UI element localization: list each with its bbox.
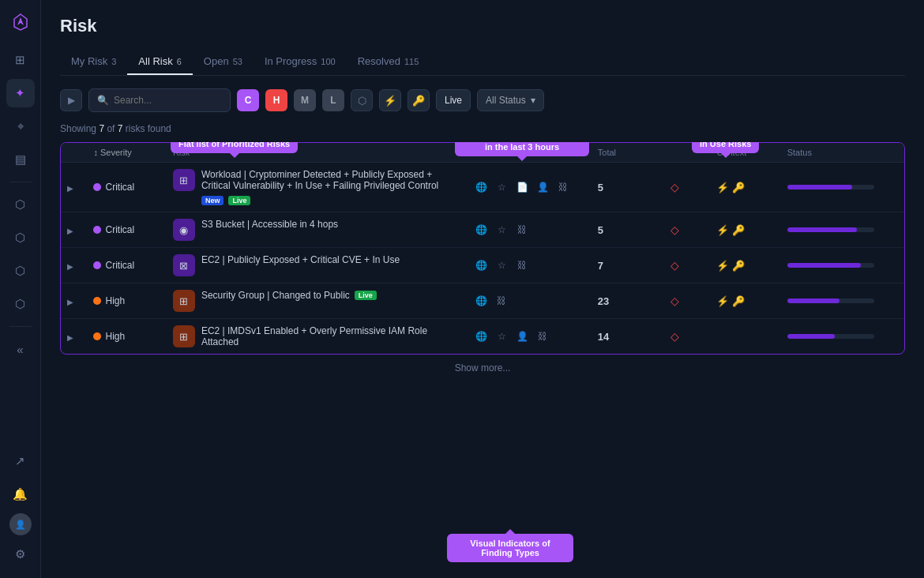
sidebar-item-collapse[interactable]: « bbox=[6, 335, 35, 363]
sidebar-bottom: ↗ 🔔 👤 ⚙ bbox=[6, 447, 35, 569]
severity-label: Critical bbox=[93, 224, 160, 235]
total-number: 7 bbox=[598, 260, 603, 272]
user-icon: 👤 bbox=[534, 178, 551, 196]
tab-all-risk[interactable]: All Risk 6 bbox=[127, 49, 192, 75]
col-header-severity[interactable]: ↕ Severity bbox=[87, 143, 166, 163]
status-bar-fill bbox=[787, 298, 839, 303]
status-dropdown[interactable]: All Status ▾ bbox=[477, 89, 544, 111]
tab-in-progress[interactable]: In Progress 100 bbox=[254, 49, 347, 75]
col-header-risk: Risk bbox=[167, 143, 466, 163]
search-box[interactable]: 🔍 bbox=[88, 88, 231, 112]
status-cell bbox=[781, 212, 904, 248]
filter-key-icon[interactable]: 🔑 bbox=[408, 89, 430, 111]
total-cell: 14 bbox=[592, 319, 640, 355]
expand-cell[interactable]: ▶ bbox=[61, 319, 87, 355]
key-context-icon: 🔑 bbox=[732, 182, 745, 193]
finding-icons: 🌐⛓ bbox=[472, 292, 584, 310]
finding-icons: 🌐☆📄👤⛓ bbox=[472, 178, 584, 196]
risk-table-wrapper: ↕ Severity Risk Total Context Status ▶ bbox=[60, 142, 905, 355]
status-bar bbox=[787, 185, 874, 190]
severity-label: Critical bbox=[93, 260, 160, 271]
search-input[interactable] bbox=[114, 95, 222, 106]
expand-cell[interactable]: ▶ bbox=[61, 212, 87, 248]
globe-icon: 🌐 bbox=[472, 257, 490, 274]
table-row: ▶ Critical ⊞ Workload | Cryptominer Dete… bbox=[61, 163, 904, 212]
sidebar-item-shield[interactable]: ⬡ bbox=[6, 190, 35, 219]
results-info: Showing 7 of 7 risks found bbox=[60, 123, 905, 134]
expand-icon[interactable]: ▶ bbox=[67, 298, 73, 306]
status-bar bbox=[787, 263, 874, 268]
filter-low[interactable]: L bbox=[322, 89, 344, 111]
sidebar-divider-2 bbox=[9, 326, 32, 327]
lightning-context-icon: ⚡ bbox=[716, 224, 729, 236]
user-avatar[interactable]: 👤 bbox=[9, 513, 32, 535]
expand-icon[interactable]: ▶ bbox=[67, 262, 73, 271]
in-use-diamond: ◇ bbox=[670, 330, 679, 343]
star-icon: ☆ bbox=[493, 257, 510, 274]
col-header-status: Status bbox=[781, 143, 904, 163]
findings-cell: 🌐☆👤⛓ bbox=[466, 319, 591, 355]
live-filter-button[interactable]: Live bbox=[436, 89, 471, 111]
sidebar-item-chat[interactable]: ⬡ bbox=[6, 257, 35, 285]
findings-cell: 🌐☆📄👤⛓ bbox=[466, 163, 591, 212]
filter-lightning-icon[interactable]: ⚡ bbox=[379, 89, 401, 111]
sidebar-item-share[interactable]: ↗ bbox=[6, 447, 35, 475]
app-logo[interactable] bbox=[8, 9, 33, 35]
badge-new: New bbox=[201, 196, 224, 205]
total-cell: 7 bbox=[592, 248, 640, 283]
risk-name: EC2 | IMDSv1 Enabled + Overly Permissive… bbox=[201, 325, 460, 347]
filter-medium[interactable]: M bbox=[294, 89, 316, 111]
total-number: 23 bbox=[598, 295, 609, 307]
severity-label: High bbox=[93, 331, 160, 342]
status-cell bbox=[781, 248, 904, 283]
filter-critical[interactable]: C bbox=[237, 89, 259, 111]
tab-my-risk[interactable]: My Risk 3 bbox=[60, 49, 127, 75]
expand-cell[interactable]: ▶ bbox=[61, 163, 87, 212]
expand-cell[interactable]: ▶ bbox=[61, 283, 87, 319]
sidebar-item-settings[interactable]: ⚙ bbox=[6, 540, 35, 569]
sidebar-item-target[interactable]: ⌖ bbox=[6, 112, 35, 141]
context-cell: ⚡🔑 bbox=[710, 163, 780, 212]
collapse-button[interactable]: ▶ bbox=[60, 89, 82, 111]
filter-high[interactable]: H bbox=[265, 89, 287, 111]
severity-dot bbox=[93, 226, 101, 234]
sidebar-item-camera[interactable]: ⬡ bbox=[6, 290, 35, 318]
show-more[interactable]: Show more... bbox=[60, 362, 905, 373]
status-cell bbox=[781, 283, 904, 319]
toolbar: ▶ 🔍 C H M L ⬡ ⚡ 🔑 Live All Status ▾ bbox=[60, 88, 905, 112]
expand-icon[interactable]: ▶ bbox=[67, 227, 73, 235]
tab-open[interactable]: Open 53 bbox=[193, 49, 254, 75]
in-use-diamond: ◇ bbox=[670, 223, 679, 236]
risk-icon: ◉ bbox=[173, 219, 195, 241]
expand-cell[interactable]: ▶ bbox=[61, 248, 87, 283]
expand-icon[interactable]: ▶ bbox=[67, 333, 73, 342]
severity-dot bbox=[93, 261, 101, 269]
badge-live: Live bbox=[355, 291, 377, 300]
link-icon: ⛓ bbox=[493, 292, 510, 310]
inuse-cell: ◇ bbox=[640, 212, 710, 248]
lightning-context-icon: ⚡ bbox=[716, 182, 729, 193]
inuse-cell: ◇ bbox=[640, 283, 710, 319]
risk-name-cell: ◉ S3 Bucket | Accessible in 4 hops bbox=[167, 212, 466, 248]
sidebar-item-grid[interactable]: ⊞ bbox=[6, 46, 35, 74]
link-icon: ⛓ bbox=[534, 328, 551, 345]
status-bar-fill bbox=[787, 263, 862, 268]
tab-resolved[interactable]: Resolved 115 bbox=[347, 49, 430, 75]
main-content: Risk My Risk 3 All Risk 6 Open 53 In Pro… bbox=[41, 0, 924, 578]
sidebar-item-network[interactable]: ⬡ bbox=[6, 223, 35, 252]
key-context-icon: 🔑 bbox=[732, 224, 745, 236]
lightning-context-icon: ⚡ bbox=[716, 260, 729, 272]
risk-name: EC2 | Publicly Exposed + Critical CVE + … bbox=[201, 254, 400, 265]
sidebar-item-document[interactable]: ▤ bbox=[6, 145, 35, 174]
context-cell: ⚡🔑 bbox=[710, 248, 780, 283]
sidebar-item-bell[interactable]: 🔔 bbox=[6, 480, 35, 509]
col-header-context: Context bbox=[710, 143, 780, 163]
filter-globe-icon[interactable]: ⬡ bbox=[351, 89, 373, 111]
annotation-visual-indicators: Visual Indicators of Finding Types bbox=[447, 534, 573, 562]
expand-icon[interactable]: ▶ bbox=[67, 184, 73, 193]
sidebar-item-star[interactable]: ✦ bbox=[6, 79, 35, 107]
risk-name-cell: ⊞ EC2 | IMDSv1 Enabled + Overly Permissi… bbox=[167, 319, 466, 355]
inuse-cell: ◇ bbox=[640, 248, 710, 283]
finding-icons: 🌐☆👤⛓ bbox=[472, 328, 584, 345]
globe-icon: 🌐 bbox=[472, 178, 490, 196]
